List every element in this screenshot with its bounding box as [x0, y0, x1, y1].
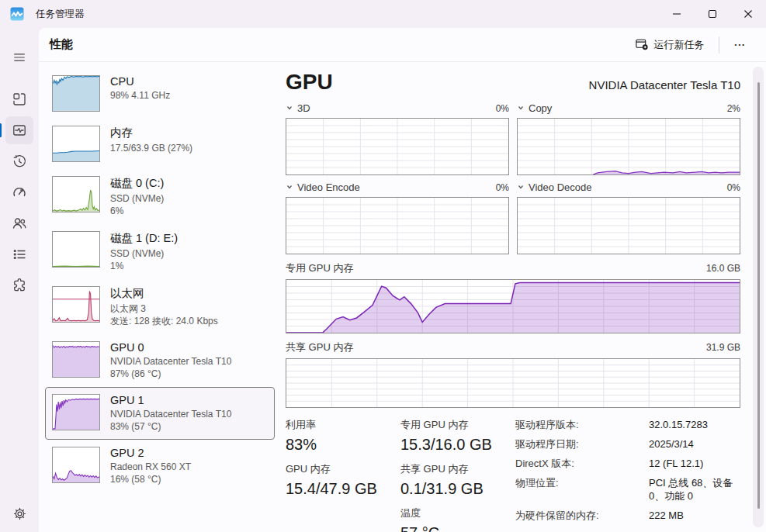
ethernet-text: 以太网以太网 3发送: 128 接收: 24.0 Kbps [110, 286, 218, 327]
gpu-detail-pane: GPU NVIDIA Datacenter Tesla T10 3D0%Copy… [286, 68, 740, 530]
ethernet-subline: 以太网 3 [110, 302, 218, 315]
disk1-title: 磁盘 1 (D: E:) [110, 231, 178, 246]
stat-value: 0.1/31.9 GB [400, 480, 509, 498]
engine-utilization: 0% [496, 182, 509, 193]
info-value: 32.0.15.7283 [649, 418, 708, 431]
sidebar-item-users[interactable] [5, 209, 33, 237]
gpu2-thumbnail-chart [52, 447, 100, 483]
ethernet-subline: 发送: 128 接收: 24.0 Kbps [110, 315, 218, 327]
stat-label: 共享 GPU 内存 [400, 462, 509, 476]
performance-content: CPU98% 4.11 GHz内存17.5/63.9 GB (27%)磁盘 0 … [39, 62, 766, 530]
stat-value: 15.4/47.9 GB [286, 480, 400, 498]
window-controls [659, 0, 766, 28]
engine-chart [286, 197, 509, 254]
engine-cell-3d: 3D0% [286, 96, 509, 175]
stat-value: 15.3/16.0 GB [400, 436, 509, 454]
page-header: 性能 运行新任务 ••• [39, 28, 766, 62]
info-label: 为硬件保留的内存: [515, 509, 649, 522]
memory-subline: 17.5/63.9 GB (27%) [110, 142, 192, 154]
memory-chart [286, 279, 740, 333]
gpu1-subline: NVIDIA Datacenter Tesla T10 [110, 408, 231, 420]
sidebar-item-services[interactable] [5, 271, 33, 299]
info-row: 为硬件保留的内存:222 MB [515, 509, 740, 522]
gpu1-thumbnail-chart [52, 394, 100, 430]
engine-utilization: 0% [727, 182, 740, 193]
memory-chart [286, 358, 740, 408]
sidebar-item-app-history[interactable] [5, 147, 33, 175]
perf-list-item-cpu[interactable]: CPU98% 4.11 GHz [45, 68, 275, 119]
disk1-subline: SSD (NVMe) [110, 247, 178, 260]
header-divider [719, 36, 719, 54]
chevron-down-icon[interactable] [517, 181, 525, 193]
engine-label: 3D [297, 102, 310, 114]
chevron-down-icon[interactable] [286, 181, 293, 193]
engine-chart [517, 118, 740, 175]
memory-thumbnail-chart [52, 126, 100, 162]
more-options-button[interactable]: ••• [726, 36, 755, 53]
chevron-down-icon[interactable] [286, 102, 293, 114]
run-new-task-label: 运行新任务 [654, 38, 705, 52]
gpu0-subline: 87% (86 °C) [110, 368, 231, 380]
navigation-rail [0, 28, 39, 532]
gpu1-subline: 83% (57 °C) [110, 420, 231, 433]
perf-list-item-memory[interactable]: 内存17.5/63.9 GB (27%) [45, 119, 275, 169]
minimize-button[interactable] [659, 0, 695, 28]
info-value: 2025/3/14 [649, 437, 694, 451]
close-button[interactable] [730, 0, 766, 28]
titlebar: 任务管理器 [0, 0, 766, 28]
perf-list-item-gpu1[interactable]: GPU 1NVIDIA Datacenter Tesla T1083% (57 … [45, 387, 275, 440]
gpu0-subline: NVIDIA Datacenter Tesla T10 [110, 355, 231, 368]
gpu-stats: 利用率83%GPU 内存15.4/47.9 GB 专用 GPU 内存15.3/1… [286, 409, 740, 532]
info-row: 驱动程序版本:32.0.15.7283 [515, 418, 740, 431]
engine-header: 3D0% [286, 96, 509, 118]
disk0-subline: 6% [110, 205, 164, 217]
disk1-thumbnail-chart [52, 231, 100, 268]
perf-list-item-gpu2[interactable]: GPU 2Radeon RX 560 XT16% (58 °C) [45, 440, 275, 492]
maximize-button[interactable] [695, 0, 730, 28]
memory-chart-label: 共享 GPU 内存 [286, 340, 353, 354]
ethernet-thumbnail-chart [52, 286, 100, 323]
stat-value: 57 °C [400, 524, 509, 532]
disk1-subline: 1% [110, 260, 178, 272]
memory-chart-scale: 16.0 GB [706, 263, 740, 274]
sidebar-item-startup-apps[interactable] [5, 178, 33, 206]
scrollbar-thumb[interactable] [757, 82, 760, 509]
settings-gear-icon[interactable] [5, 499, 33, 527]
sidebar-item-processes[interactable] [5, 85, 33, 113]
sidebar-item-performance[interactable] [5, 116, 33, 144]
perf-list-item-gpu0[interactable]: GPU 0NVIDIA Datacenter Tesla T1087% (86 … [45, 334, 275, 387]
perf-list-item-disk1[interactable]: 磁盘 1 (D: E:)SSD (NVMe)1% [45, 224, 275, 279]
gpu2-subline: Radeon RX 560 XT [110, 461, 191, 473]
main-card: 性能 运行新任务 ••• CPU98% 4.11 GHz内存17.5/63.9 … [39, 28, 766, 532]
memory-text: 内存17.5/63.9 GB (27%) [110, 126, 192, 154]
gpu-driver-info: 驱动程序版本:32.0.15.7283驱动程序日期:2025/3/14Direc… [515, 418, 740, 532]
perf-list-item-ethernet[interactable]: 以太网以太网 3发送: 128 接收: 24.0 Kbps [45, 279, 275, 334]
ethernet-title: 以太网 [110, 286, 218, 301]
scrollbar[interactable] [753, 67, 764, 527]
chevron-down-icon[interactable] [517, 102, 525, 114]
engine-header: Video Decode0% [517, 175, 740, 197]
engine-cell-copy: Copy2% [517, 96, 740, 175]
gpu-memory-charts: 专用 GPU 内存16.0 GB共享 GPU 内存31.9 GB [286, 254, 740, 408]
run-new-task-button[interactable]: 运行新任务 [627, 33, 712, 57]
info-row: DirectX 版本:12 (FL 12.1) [515, 457, 740, 470]
stat-label: 利用率 [286, 418, 400, 432]
gpu-device-name: NVIDIA Datacenter Tesla T10 [589, 78, 740, 92]
memory-chart-header: 共享 GPU 内存31.9 GB [286, 333, 740, 358]
hamburger-menu-icon[interactable] [5, 43, 33, 71]
stat-label: GPU 内存 [286, 462, 400, 476]
run-new-task-icon [635, 37, 648, 53]
memory-title: 内存 [110, 126, 192, 140]
info-row: 驱动程序日期:2025/3/14 [515, 437, 740, 451]
info-value: PCI 总线 68、设备 0、功能 0 [649, 476, 740, 503]
info-row: 物理位置:PCI 总线 68、设备 0、功能 0 [515, 476, 740, 503]
sidebar-item-details[interactable] [5, 240, 33, 268]
cpu-thumbnail-chart [52, 75, 100, 112]
disk0-title: 磁盘 0 (C:) [110, 176, 164, 191]
gpu1-title: GPU 1 [110, 394, 231, 406]
memory-chart-label: 专用 GPU 内存 [286, 261, 353, 275]
disk0-text: 磁盘 0 (C:)SSD (NVMe)6% [110, 176, 164, 217]
perf-list-item-disk0[interactable]: 磁盘 0 (C:)SSD (NVMe)6% [45, 169, 275, 224]
window-title: 任务管理器 [36, 8, 85, 21]
gpu1-text: GPU 1NVIDIA Datacenter Tesla T1083% (57 … [110, 394, 231, 433]
